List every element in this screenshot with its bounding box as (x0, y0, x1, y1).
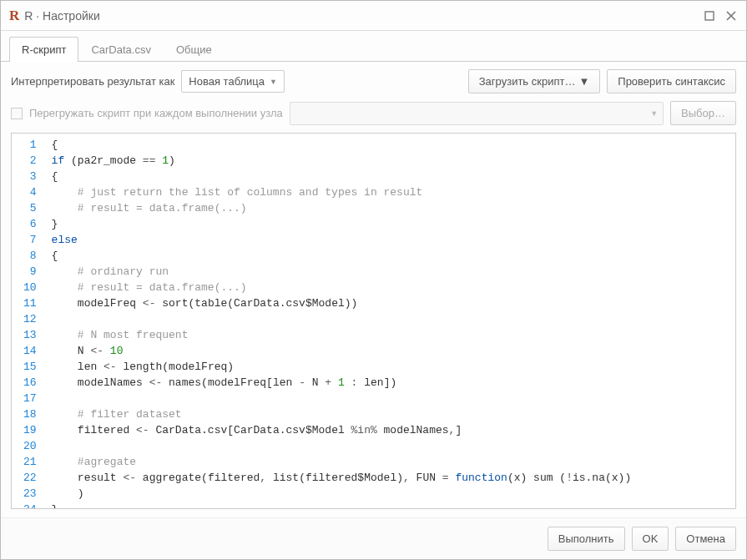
code-area[interactable]: {if (pa2r_mode == 1){ # just return the … (45, 134, 638, 509)
maximize-icon[interactable] (703, 9, 716, 23)
caret-down-icon: ▼ (650, 109, 658, 118)
tab-cardata[interactable]: CarData.csv (78, 37, 164, 62)
svg-rect-0 (705, 12, 714, 20)
tab-r-script[interactable]: R-скрипт (9, 37, 78, 62)
dialog-footer: Выполнить OK Отмена (1, 517, 746, 559)
line-gutter: 1234567891011121314151617181920212223242… (12, 134, 45, 509)
caret-down-icon: ▼ (270, 78, 277, 86)
settings-dialog: R R · Настройки R-скрипт CarData.csv Общ… (0, 0, 747, 560)
ok-button[interactable]: OK (632, 527, 669, 551)
cancel-button[interactable]: Отмена (675, 527, 736, 551)
interpret-value: Новая таблица (189, 75, 265, 88)
choose-button[interactable]: Выбор… (670, 101, 736, 125)
reload-checkbox[interactable] (11, 108, 23, 119)
window-title: R · Настройки (24, 9, 99, 23)
titlebar: R R · Настройки (1, 1, 746, 31)
toolbar-secondary: Перегружать скрипт при каждом выполнении… (1, 101, 746, 133)
toolbar-primary: Интерпретировать результат как Новая таб… (1, 62, 746, 101)
tabs: R-скрипт CarData.csv Общие (1, 31, 746, 62)
interpret-label: Интерпретировать результат как (11, 75, 174, 88)
code-editor[interactable]: 1234567891011121314151617181920212223242… (11, 133, 736, 509)
tab-general[interactable]: Общие (164, 37, 225, 62)
script-path-select: ▼ (290, 102, 664, 125)
execute-button[interactable]: Выполнить (548, 527, 625, 551)
close-icon[interactable] (724, 9, 738, 23)
reload-label: Перегружать скрипт при каждом выполнении… (29, 107, 283, 119)
app-logo: R (9, 8, 19, 24)
check-syntax-button[interactable]: Проверить синтаксис (607, 69, 736, 93)
load-script-button[interactable]: Загрузить скрипт… ▼ (468, 69, 601, 93)
interpret-select[interactable]: Новая таблица ▼ (181, 70, 285, 93)
caret-down-icon: ▼ (578, 75, 589, 88)
load-script-label: Загрузить скрипт… (479, 75, 576, 88)
